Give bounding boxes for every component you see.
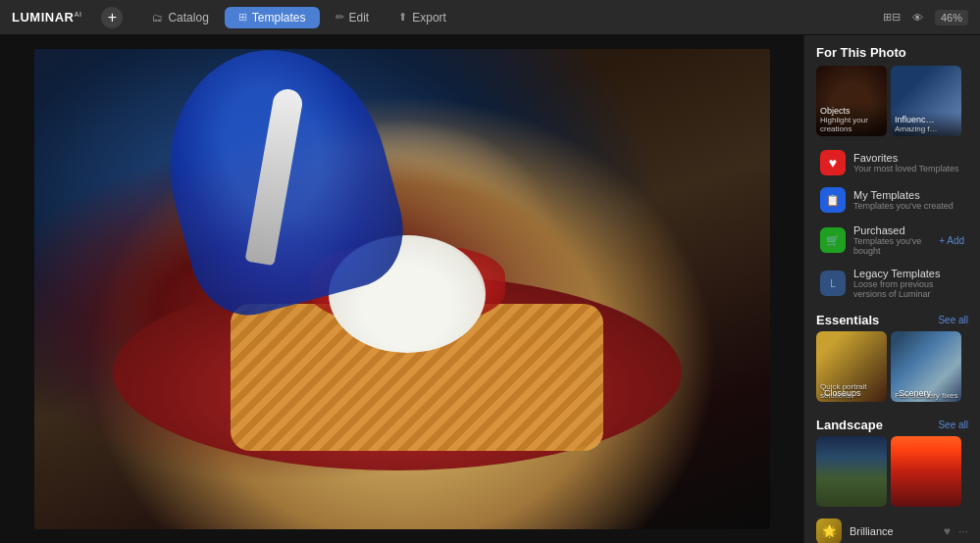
- purchased-add-action[interactable]: + Add: [939, 235, 964, 246]
- tab-export-label: Export: [412, 11, 446, 25]
- landscape-section-header: Landscape See all: [804, 410, 980, 436]
- add-button[interactable]: +: [101, 7, 123, 28]
- edit-icon: ✏: [335, 11, 344, 24]
- my-templates-sub: Templates you've created: [853, 201, 964, 211]
- tab-templates-label: Templates: [252, 11, 306, 25]
- thumb-closeups[interactable]: Closeups Quick portrait solutions: [816, 331, 887, 402]
- list-item-purchased[interactable]: 🛒 Purchased Templates you've bought + Ad…: [808, 219, 976, 262]
- eye-control[interactable]: 👁: [912, 12, 923, 24]
- thumb-influence[interactable]: Influenc… Amazing f…: [891, 66, 961, 136]
- templates-icon: ⊞: [238, 11, 247, 24]
- photo-area: [0, 35, 803, 543]
- tab-export[interactable]: ⬆ Export: [385, 7, 460, 28]
- essentials-section-header: Essentials See all: [804, 305, 980, 331]
- for-this-photo-thumbs: Objects Highlight your creations Influen…: [804, 66, 980, 144]
- purchased-sub: Templates you've bought: [853, 236, 931, 256]
- for-this-photo-title: For This Photo: [804, 35, 980, 66]
- landscape2-bg: [891, 436, 961, 507]
- my-templates-icon: 📋: [820, 187, 846, 213]
- app-logo: LUMINARAI: [12, 10, 81, 25]
- zoom-display[interactable]: 46%: [935, 10, 968, 25]
- photo-canvas: [34, 49, 770, 529]
- list-item-favorites[interactable]: ♥ Favorites Your most loved Templates: [808, 144, 976, 181]
- purchased-icon: 🛒: [820, 227, 846, 253]
- main-layout: For This Photo Objects Highlight your cr…: [0, 35, 980, 543]
- favorites-icon: ♥: [820, 150, 846, 175]
- landscape-brilliance-item[interactable]: 🌟 Brilliance ♥ ···: [804, 515, 980, 543]
- essentials-title: Essentials: [816, 313, 879, 327]
- thumb-objects-label: Objects: [820, 106, 883, 116]
- right-controls: ⊞⊟ 👁 46%: [883, 10, 968, 25]
- export-icon: ⬆: [398, 11, 407, 24]
- landscape-title: Landscape: [816, 418, 883, 432]
- thumb-scenery[interactable]: Scenery Fast scenery fixes: [891, 331, 961, 402]
- list-item-my-templates[interactable]: 📋 My Templates Templates you've created: [808, 181, 976, 219]
- brilliance-icon: 🌟: [816, 518, 842, 543]
- sidebar: For This Photo Objects Highlight your cr…: [803, 35, 980, 543]
- legacy-icon: L: [820, 271, 846, 296]
- essentials-grid: Closeups Quick portrait solutions Scener…: [804, 331, 980, 410]
- nav-tabs: 🗂 Catalog ⊞ Templates ✏ Edit ⬆ Export: [138, 7, 883, 28]
- essentials-see-all[interactable]: See all: [938, 315, 968, 325]
- tab-edit-label: Edit: [349, 11, 370, 25]
- tab-templates[interactable]: ⊞ Templates: [225, 7, 320, 28]
- more-icon[interactable]: ···: [958, 524, 968, 538]
- legacy-sub: Loose from previous versions of Luminar: [853, 279, 964, 299]
- thumb-objects-sub: Highlight your creations: [820, 116, 883, 133]
- favorites-label: Favorites: [853, 152, 964, 164]
- my-templates-label: My Templates: [853, 189, 964, 201]
- topbar: LUMINARAI + 🗂 Catalog ⊞ Templates ✏ Edit…: [0, 0, 980, 35]
- thumb-objects[interactable]: Objects Highlight your creations: [816, 66, 887, 136]
- purchased-label: Purchased: [853, 224, 931, 236]
- list-item-legacy[interactable]: L Legacy Templates Loose from previous v…: [808, 262, 976, 305]
- layout-control[interactable]: ⊞⊟: [883, 11, 901, 24]
- photo-background: [34, 49, 770, 529]
- landscape1-bg: [816, 436, 887, 507]
- landscape-see-all[interactable]: See all: [938, 420, 968, 430]
- tab-edit[interactable]: ✏ Edit: [322, 7, 384, 28]
- thumb-landscape1[interactable]: [816, 436, 887, 507]
- layout-icon: ⊞⊟: [883, 11, 901, 24]
- thumb-influence-sub: Amazing f…: [895, 124, 957, 133]
- brilliance-label: Brilliance: [850, 525, 894, 537]
- scenery-label: Scenery: [899, 388, 931, 398]
- heart-icon[interactable]: ♥: [944, 524, 951, 538]
- thumb-landscape2[interactable]: [891, 436, 961, 507]
- brilliance-actions: ♥ ···: [944, 524, 968, 538]
- thumb-influence-label: Influenc…: [895, 115, 957, 124]
- eye-icon: 👁: [912, 12, 923, 24]
- legacy-label: Legacy Templates: [853, 268, 964, 279]
- landscape-grid: [804, 436, 980, 515]
- tab-catalog[interactable]: 🗂 Catalog: [138, 7, 222, 28]
- tab-catalog-label: Catalog: [168, 11, 208, 25]
- favorites-sub: Your most loved Templates: [853, 164, 964, 173]
- catalog-icon: 🗂: [152, 12, 163, 24]
- closeups-label: Closeups: [824, 388, 861, 398]
